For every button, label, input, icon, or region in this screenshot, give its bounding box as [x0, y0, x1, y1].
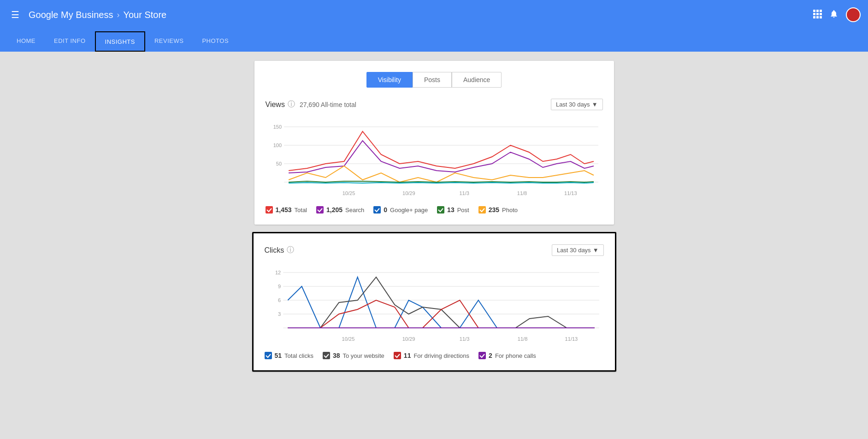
- header-top: ☰ Google My Business › Your Store: [0, 0, 868, 30]
- legend-website: 38 To your website: [323, 352, 384, 359]
- tab-visibility[interactable]: Visibility: [366, 72, 413, 88]
- svg-rect-5: [820, 13, 822, 15]
- svg-rect-4: [816, 13, 819, 15]
- legend-photo: 235 Photo: [478, 206, 518, 214]
- svg-text:12: 12: [275, 270, 280, 275]
- views-section-header: Views ⓘ 27,690 All-time total Last 30 da…: [266, 99, 603, 110]
- svg-text:9: 9: [278, 284, 281, 289]
- clicks-card: Clicks ⓘ Last 30 days ▼ 12 9 6: [252, 232, 616, 372]
- svg-text:10/29: 10/29: [402, 336, 415, 342]
- legend-directions-checkbox[interactable]: [394, 352, 401, 359]
- svg-text:11/8: 11/8: [517, 336, 527, 342]
- svg-text:150: 150: [273, 124, 281, 130]
- legend-website-checkbox[interactable]: [323, 352, 330, 359]
- views-all-time-total: 27,690 All-time total: [300, 101, 356, 108]
- tab-photos[interactable]: PHOTOS: [193, 30, 238, 52]
- svg-rect-3: [813, 13, 815, 15]
- legend-phone: 2 For phone calls: [478, 352, 536, 359]
- svg-text:11/8: 11/8: [517, 190, 526, 196]
- clicks-title-group: Clicks ⓘ: [265, 245, 295, 255]
- svg-text:3: 3: [278, 311, 281, 317]
- bell-icon[interactable]: [829, 9, 838, 21]
- svg-rect-6: [813, 16, 815, 18]
- svg-text:11/3: 11/3: [459, 190, 469, 196]
- tab-insights[interactable]: INSIGHTS: [95, 31, 145, 52]
- legend-search: 1,205 Search: [316, 206, 364, 214]
- svg-text:11/13: 11/13: [565, 336, 578, 342]
- views-card: Visibility Posts Audience Views ⓘ 27,690…: [254, 61, 614, 225]
- legend-post-checkbox[interactable]: [437, 206, 444, 214]
- svg-text:10/25: 10/25: [342, 336, 354, 342]
- svg-rect-2: [820, 10, 822, 12]
- views-period-dropdown[interactable]: Last 30 days ▼: [551, 99, 603, 110]
- svg-text:10/25: 10/25: [342, 190, 355, 196]
- views-title: Views ⓘ: [266, 100, 295, 109]
- views-chart-svg: 150 100 50 10/25 10/29 11/3 11/8 11/13: [266, 118, 603, 201]
- svg-rect-7: [816, 16, 819, 18]
- tab-edit-info[interactable]: EDIT INFO: [45, 30, 95, 52]
- legend-total: 1,453 Total: [266, 206, 307, 214]
- svg-text:10/29: 10/29: [402, 190, 415, 196]
- grid-icon[interactable]: [813, 9, 822, 21]
- clicks-info-icon[interactable]: ⓘ: [287, 245, 294, 255]
- clicks-chart: 12 9 6 3 10/25 10/29 11/3 11/8 11/13: [265, 263, 604, 346]
- legend-googleplus: 0 Google+ page: [373, 206, 428, 214]
- legend-total-checkbox[interactable]: [266, 206, 273, 214]
- views-legend: 1,453 Total 1,205 Search 0 Google+ page: [266, 206, 603, 214]
- nav-tabs: HOME EDIT INFO INSIGHTS REVIEWS PHOTOS: [0, 30, 868, 52]
- legend-search-checkbox[interactable]: [316, 206, 324, 214]
- views-title-group: Views ⓘ 27,690 All-time total: [266, 100, 356, 109]
- legend-total-clicks-checkbox[interactable]: [265, 352, 272, 359]
- svg-text:11/13: 11/13: [564, 190, 577, 196]
- clicks-period-dropdown[interactable]: Last 30 days ▼: [552, 244, 604, 256]
- clicks-chart-svg: 12 9 6 3 10/25 10/29 11/3 11/8 11/13: [265, 263, 604, 346]
- header-right: [813, 7, 861, 22]
- tab-home[interactable]: HOME: [7, 30, 45, 52]
- tab-posts[interactable]: Posts: [413, 72, 452, 88]
- app-title: Google My Business: [29, 10, 113, 20]
- main-content: Visibility Posts Audience Views ⓘ 27,690…: [0, 52, 868, 381]
- tab-audience[interactable]: Audience: [452, 72, 502, 88]
- svg-text:100: 100: [273, 142, 281, 148]
- legend-googleplus-checkbox[interactable]: [373, 206, 381, 214]
- legend-total-clicks: 51 Total clicks: [265, 352, 313, 359]
- store-name: Your Store: [123, 10, 166, 20]
- views-card-tabs: Visibility Posts Audience: [266, 72, 603, 88]
- tab-reviews[interactable]: REVIEWS: [145, 30, 193, 52]
- views-chart: 150 100 50 10/25 10/29 11/3 11/8 11/13: [266, 118, 603, 201]
- views-info-icon[interactable]: ⓘ: [288, 100, 295, 109]
- svg-rect-0: [813, 10, 815, 12]
- svg-text:11/3: 11/3: [459, 336, 469, 342]
- clicks-legend: 51 Total clicks 38 To your website 11 Fo…: [265, 352, 604, 359]
- hamburger-icon[interactable]: ☰: [7, 6, 23, 24]
- svg-text:6: 6: [278, 297, 281, 303]
- legend-directions: 11 For driving directions: [394, 352, 469, 359]
- svg-rect-8: [820, 16, 822, 18]
- svg-text:50: 50: [276, 161, 281, 166]
- legend-post: 13 Post: [437, 206, 469, 214]
- svg-rect-1: [816, 10, 819, 12]
- clicks-title: Clicks ⓘ: [265, 245, 295, 255]
- clicks-section-header: Clicks ⓘ Last 30 days ▼: [265, 244, 604, 256]
- breadcrumb-separator: ›: [117, 10, 119, 20]
- header-title: Google My Business › Your Store: [29, 10, 166, 20]
- legend-photo-checkbox[interactable]: [478, 206, 486, 214]
- legend-phone-checkbox[interactable]: [478, 352, 486, 359]
- avatar[interactable]: [846, 7, 861, 22]
- app-header: ☰ Google My Business › Your Store HOM: [0, 0, 868, 52]
